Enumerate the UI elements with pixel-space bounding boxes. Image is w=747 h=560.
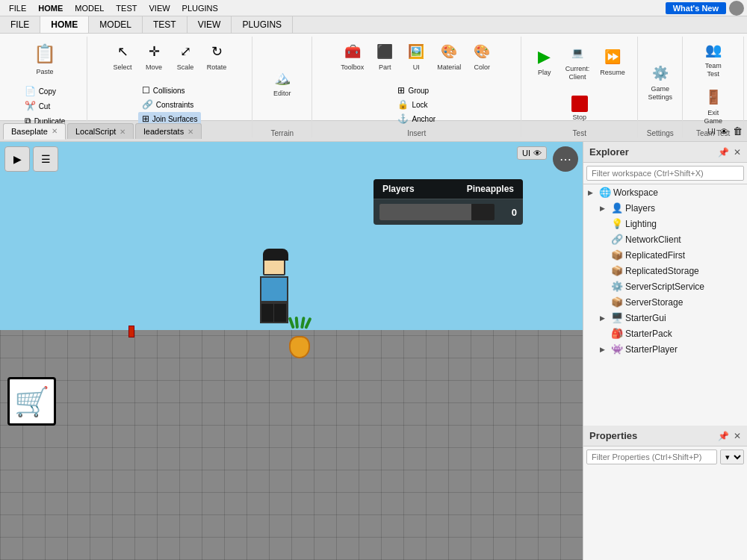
ui-toggle[interactable]: UI 👁 — [517, 146, 547, 160]
menu-model[interactable]: MODEL — [69, 2, 110, 14]
ribbon-tab-home[interactable]: HOME — [40, 16, 89, 33]
whatsnew-button[interactable]: What's New — [666, 2, 726, 14]
anchor-button[interactable]: ⚓ Anchor — [394, 112, 439, 125]
move-label: Move — [146, 63, 162, 72]
tab-leaderstats-close[interactable]: ✕ — [187, 128, 193, 136]
leaderboard-row-1: 0 — [374, 199, 523, 225]
menu-test[interactable]: TEST — [110, 2, 143, 14]
more-options-button[interactable]: ⋯ — [553, 146, 578, 172]
copy-button[interactable]: 📄 Copy — [21, 84, 69, 98]
properties-pin-icon[interactable]: 📌 — [718, 431, 729, 441]
team-test-label: TeamTest — [705, 62, 722, 78]
ui-button[interactable]: 🖼️ UI — [402, 39, 430, 74]
ribbon-tab-model[interactable]: MODEL — [89, 16, 143, 33]
tree-item-lighting[interactable]: 💡 Lighting — [583, 216, 747, 231]
part-button[interactable]: ⬛ Part — [371, 39, 399, 74]
ribbon-tab-plugins[interactable]: PLUGINS — [232, 16, 293, 33]
tree-item-starterplayer[interactable]: ▶ 👾 StarterPlayer — [583, 341, 747, 357]
game-settings-icon: ⚙️ — [650, 63, 671, 84]
ribbon-tab-file[interactable]: FILE — [0, 16, 40, 33]
terrain-group: 🏔️ Editor Terrain — [252, 37, 312, 137]
tab-baseplate-close[interactable]: ✕ — [52, 127, 58, 135]
exit-game-button[interactable]: 🚪 ExitGame — [699, 84, 728, 128]
paste-button[interactable]: 📋 Paste — [26, 37, 63, 78]
tree-item-serverscriptservice[interactable]: ⚙️ ServerScriptService — [583, 279, 747, 294]
collisions-button[interactable]: ☐ Collisions — [138, 84, 202, 97]
list-vp-button[interactable]: ☰ — [33, 146, 58, 172]
ui-toggle-label: UI — [522, 149, 530, 158]
stop-icon — [571, 96, 588, 112]
trash-icon[interactable]: 🗑 — [733, 125, 743, 137]
material-button[interactable]: 🎨 Material — [433, 39, 465, 74]
constraints-label: Constraints — [156, 101, 194, 109]
scale-button[interactable]: ⤢ Scale — [171, 39, 199, 74]
tab-leaderstats[interactable]: leaderstats ✕ — [135, 123, 202, 139]
current-client-button[interactable]: 💻 Current:Client — [562, 40, 594, 84]
tree-item-serverstorage[interactable]: 📦 ServerStorage — [583, 294, 747, 310]
explorer-tree: ▶ 🌐 Workspace ▶ 👤 Players 💡 Lighting 🔗 — [583, 184, 747, 426]
group-button[interactable]: ⊞ Group — [394, 84, 439, 97]
character — [252, 253, 297, 343]
menu-plugins[interactable]: PLUGINS — [176, 2, 224, 14]
properties-search-input[interactable] — [586, 449, 717, 464]
lock-button[interactable]: 🔒 Lock — [394, 98, 439, 111]
toolbox-button[interactable]: 🧰 Toolbox — [337, 39, 368, 74]
cut-button[interactable]: ✂️ Cut — [21, 99, 69, 113]
explorer-close-icon[interactable]: ✕ — [734, 147, 741, 158]
profile-icon[interactable] — [729, 1, 744, 16]
constraints-button[interactable]: 🔗 Constraints — [138, 98, 202, 111]
tab-baseplate[interactable]: Baseplate ✕ — [3, 123, 66, 140]
explorer-icons: 📌 ✕ — [718, 147, 741, 158]
ribbon-tabs: FILE HOME MODEL TEST VIEW PLUGINS — [0, 16, 747, 34]
tree-item-networkclient[interactable]: 🔗 NetworkClient — [583, 231, 747, 247]
tree-item-starterpack[interactable]: 🎒 StarterPack — [583, 326, 747, 341]
ribbon-tab-test[interactable]: TEST — [143, 16, 187, 33]
menu-file[interactable]: FILE — [3, 2, 32, 14]
terrain-label: Terrain — [270, 129, 294, 137]
play-button[interactable]: ▶ Play — [530, 44, 559, 79]
serverscriptservice-label: ServerScriptService — [625, 281, 704, 292]
character-head — [263, 253, 285, 276]
menu-view[interactable]: VIEW — [143, 2, 176, 14]
lock-label: Lock — [412, 101, 427, 109]
resume-button[interactable]: ⏩ Resume — [596, 44, 629, 79]
game-settings-button[interactable]: ⚙️ GameSettings — [645, 60, 677, 104]
play-icon: ▶ — [534, 46, 555, 67]
color-button[interactable]: 🎨 Color — [468, 39, 496, 74]
rotate-label: Rotate — [207, 63, 227, 72]
insert-group: 🧰 Toolbox ⬛ Part 🖼️ UI 🎨 Material 🎨 — [312, 37, 521, 137]
play-vp-button[interactable]: ▶ — [4, 146, 30, 172]
team-test-icon: 👥 — [703, 40, 724, 60]
select-button[interactable]: ↖ Select — [108, 39, 137, 74]
character-hair — [263, 249, 288, 261]
lighting-icon: 💡 — [611, 218, 623, 229]
tree-item-workspace[interactable]: ▶ 🌐 Workspace — [583, 184, 747, 200]
far-character — [128, 326, 134, 337]
stop-button[interactable]: Stop — [566, 93, 593, 124]
explorer-search-input[interactable] — [586, 166, 744, 181]
tab-localscript[interactable]: LocalScript ✕ — [67, 123, 134, 139]
team-test-button[interactable]: 👥 TeamTest — [699, 37, 728, 81]
cut-label: Cut — [39, 102, 51, 111]
tree-item-replicatedstorage[interactable]: 📦 ReplicatedStorage — [583, 263, 747, 279]
viewport[interactable]: 🛒 Players Pineapples 0 ▶ ☰ UI 👁 ⋯ — [0, 142, 583, 560]
ribbon-tab-view[interactable]: VIEW — [187, 16, 232, 33]
tab-leaderstats-label: leaderstats — [143, 127, 184, 136]
move-button[interactable]: ✛ Move — [140, 39, 168, 74]
menu-bar: FILE HOME MODEL TEST VIEW PLUGINS What's… — [0, 0, 747, 16]
players-icon: 👤 — [611, 202, 623, 214]
menu-home[interactable]: HOME — [32, 2, 69, 14]
constraints-icon: 🔗 — [142, 99, 153, 110]
editor-button[interactable]: 🏔️ Editor — [268, 65, 297, 100]
part-label: Part — [379, 63, 391, 72]
ui-indicator: UI — [707, 127, 716, 136]
properties-close-icon[interactable]: ✕ — [734, 431, 741, 441]
tab-localscript-close[interactable]: ✕ — [120, 128, 125, 136]
pineapple-leaf-1 — [288, 317, 294, 329]
properties-filter-dropdown[interactable]: ▾ — [720, 449, 744, 464]
tree-item-replicatedfirst[interactable]: 📦 ReplicatedFirst — [583, 247, 747, 263]
tree-item-players[interactable]: ▶ 👤 Players — [583, 200, 747, 216]
tree-item-startergui[interactable]: ▶ 🖥️ StarterGui — [583, 310, 747, 326]
pin-icon[interactable]: 📌 — [718, 147, 729, 158]
rotate-button[interactable]: ↻ Rotate — [202, 39, 231, 74]
